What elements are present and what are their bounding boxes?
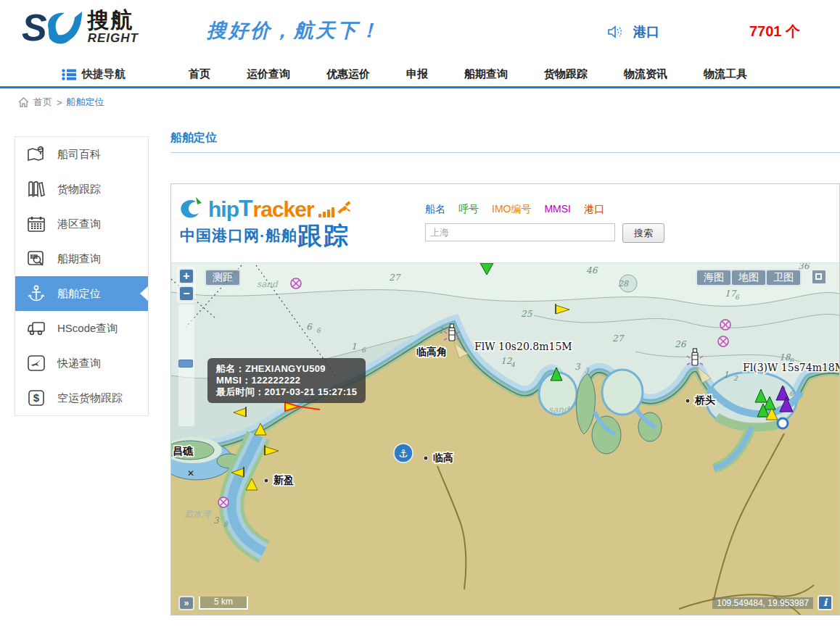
sidebar-item-label: 船舶定位	[57, 287, 101, 301]
port-count: 7701 个	[749, 22, 800, 41]
search-button[interactable]: 搜索	[622, 223, 664, 243]
site-logo[interactable]: S 搜航 REIGHT	[22, 6, 139, 49]
sidebar-item-label: HScode查询	[57, 322, 118, 336]
sidebar-item-air-cargo-tracking[interactable]: $ 空运货物跟踪	[15, 381, 148, 415]
map-label: Fl(3)W 15s74m18M	[743, 362, 839, 373]
nav-item-cargo-tracking[interactable]: 货物跟踪	[544, 67, 588, 81]
tooltip-label: 船名：	[216, 363, 245, 374]
zoom-slider-handle[interactable]	[178, 360, 193, 368]
lighthouse-top	[693, 349, 697, 352]
map-label: 桥头	[694, 394, 715, 406]
breadcrumb-sep: >	[57, 97, 62, 108]
tab-call-sign[interactable]: 呼号	[458, 203, 479, 216]
nautical-map[interactable]: 2746252726361761869612433661616381228⚓✕s…	[171, 262, 839, 615]
truck-icon	[15, 320, 57, 337]
depth-sub-label: 4	[511, 361, 515, 368]
depth-label: 1	[723, 370, 729, 380]
anchor-glyph: ⚓	[398, 447, 408, 460]
info-button[interactable]: i	[818, 595, 833, 610]
lighthouse-icon	[692, 352, 698, 365]
speaker-icon	[607, 25, 623, 39]
depth-label: 27	[612, 333, 625, 344]
sidebar: 船司百科 货物跟踪 港区查询 船期查询 船舶定位	[15, 136, 149, 416]
svg-text:$: $	[33, 391, 40, 404]
tab-imo-number[interactable]: IMO编号	[492, 203, 531, 216]
nav-item-logistics-tools[interactable]: 物流工具	[704, 67, 747, 81]
search-type-tabs: 船名 呼号 IMO编号 MMSI 港口	[425, 203, 831, 216]
sidebar-item-hscode-query[interactable]: HScode查询	[15, 311, 148, 346]
sidebar-item-label: 港区查询	[57, 217, 101, 231]
sidebar-item-label: 快递查询	[57, 357, 101, 370]
zoom-out-button[interactable]: −	[178, 286, 194, 302]
map-label: 临高角	[416, 346, 447, 357]
barcode-search-icon	[15, 250, 57, 267]
signal-bars-icon	[318, 207, 334, 217]
tab-port[interactable]: 港口	[584, 203, 604, 216]
nav-item-schedule-query[interactable]: 船期查询	[464, 67, 508, 81]
quick-nav-label: 快捷导航	[82, 67, 125, 81]
map-label: FlW 10s20.8m15M	[474, 341, 572, 352]
port-link[interactable]: 港口	[633, 23, 659, 41]
logo-cn-text: 搜航	[88, 9, 139, 32]
map-label: 后水湾	[184, 509, 212, 519]
express-icon	[15, 354, 57, 372]
ship-search-input[interactable]	[425, 223, 615, 241]
sidebar-item-label: 空运货物跟踪	[57, 391, 123, 405]
dollar-icon: $	[15, 389, 57, 407]
zoom-control: + −	[177, 267, 196, 303]
ship-marker-circle[interactable]	[778, 418, 788, 428]
list-icon	[62, 69, 76, 80]
logo-en-text: REIGHT	[88, 32, 139, 45]
ship-tooltip: 船名：ZHEXIANGYU509 MMSI：122222222 最后时间：201…	[207, 358, 366, 403]
calendar-icon	[15, 215, 57, 233]
sidebar-item-cargo-tracking[interactable]: 货物跟踪	[15, 172, 148, 207]
nav-item-freight-query[interactable]: 运价查询	[247, 67, 290, 81]
place-dot	[264, 478, 268, 483]
depth-label: 46	[586, 265, 598, 275]
site-header: S 搜航 REIGHT 搜好价，航天下！ 港口 7701 个	[0, 0, 840, 62]
mouse-coordinates: 109.549484, 19.953987	[712, 597, 813, 609]
map-canvas: 2746252726361761869612433661616381228⚓✕s…	[171, 263, 839, 615]
nav-item-logistics-news[interactable]: 物流资讯	[624, 67, 667, 81]
measure-button[interactable]: 测距	[205, 269, 241, 286]
sidebar-item-schedule-query[interactable]: 船期查询	[15, 241, 148, 276]
map-pin-icon	[15, 146, 57, 163]
fullscreen-button[interactable]	[811, 269, 827, 285]
place-dot	[685, 399, 690, 403]
nav-item-discount-freight[interactable]: 优惠运价	[326, 67, 370, 81]
map-label: 新盈	[273, 474, 294, 486]
brand-hip: hip	[208, 197, 239, 222]
tooltip-value: 2017-03-21 15:27:15	[265, 386, 358, 397]
nav-item-declare[interactable]: 申报	[406, 67, 428, 81]
tagline-cn: 中国港口网·船舶	[180, 225, 297, 246]
shiptracker-swoosh-icon	[180, 196, 210, 222]
depth-label: 1	[438, 325, 444, 336]
sidebar-item-label: 货物跟踪	[57, 183, 101, 196]
tab-mmsi[interactable]: MMSI	[544, 203, 571, 216]
sidebar-item-port-area-query[interactable]: 港区查询	[15, 207, 148, 241]
sidebar-item-ship-positioning[interactable]: 船舶定位	[15, 276, 148, 311]
shiptracker-panel: hip T racker 中国	[170, 183, 840, 615]
layer-seachart-button[interactable]: 海图	[696, 269, 732, 286]
layer-map-button[interactable]: 地图	[730, 269, 767, 286]
layer-satellite-button[interactable]: 卫图	[765, 269, 802, 286]
satellite-icon	[337, 202, 350, 215]
sidebar-item-express-query[interactable]: 快递查询	[15, 346, 148, 381]
tooltip-value: 122222222	[251, 375, 300, 386]
zoom-in-button[interactable]: +	[178, 268, 194, 284]
home-icon	[18, 97, 29, 107]
tooltip-label: 最后时间：	[216, 386, 265, 397]
zoom-slider-track[interactable]	[178, 304, 194, 426]
depth-label: 25	[521, 309, 533, 319]
main-nav: 快捷导航 首页 运价查询 优惠运价 申报 船期查询 货物跟踪 物流资讯 物流工具	[0, 62, 840, 88]
breadcrumb-home[interactable]: 首页	[33, 96, 52, 109]
anchor-icon	[15, 284, 57, 303]
quick-nav-button[interactable]: 快捷导航	[62, 67, 189, 81]
lighthouse-top	[450, 324, 454, 328]
nav-item-home[interactable]: 首页	[189, 67, 210, 81]
brand-t: T	[239, 195, 253, 222]
scale-expand-button[interactable]: »	[178, 596, 194, 610]
sidebar-item-carrier-wiki[interactable]: 船司百科	[15, 137, 148, 172]
tab-ship-name[interactable]: 船名	[425, 203, 445, 216]
rock-cross: ✕	[187, 468, 194, 478]
